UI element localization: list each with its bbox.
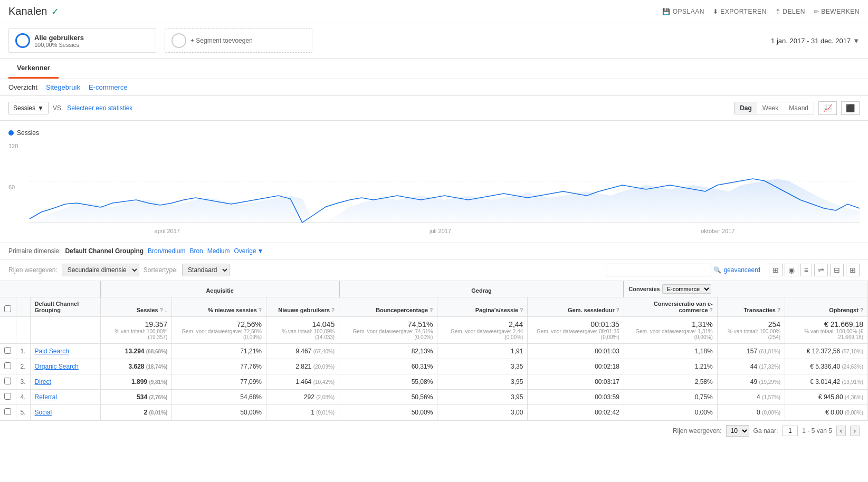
table-search-input[interactable] xyxy=(606,264,711,276)
row-channel-link[interactable]: Organic Search xyxy=(35,363,79,370)
dimension-medium[interactable]: Medium xyxy=(207,247,230,255)
nav-tab-sitegebruik[interactable]: Sitegebruik xyxy=(46,83,80,91)
segment-box[interactable]: Alle gebruikers 100,00% Sessies xyxy=(8,28,156,53)
nav-tab-ecommerce[interactable]: E-commerce xyxy=(89,83,128,91)
select-stat-link[interactable]: Selecteer een statistiek xyxy=(67,104,132,112)
row-checkbox[interactable] xyxy=(4,362,11,369)
col-bounce[interactable]: Bouncepercentage ? xyxy=(339,297,437,317)
footer-rows-label: Rijen weergeven: xyxy=(673,427,722,435)
col-transactions[interactable]: Transacties ? xyxy=(717,297,785,317)
total-trans-val: 254 xyxy=(722,320,780,329)
table-footer: Rijen weergeven: 10 Ga naar: 1 - 5 van 5… xyxy=(0,420,868,441)
row-check-cell xyxy=(0,390,16,405)
row-channel-link[interactable]: Direct xyxy=(35,378,51,385)
table-row: 5. Social 2 (0,01%) 50,00% 1 (0,01%) 50,… xyxy=(0,405,868,420)
export-button[interactable]: ⬇ EXPORTEREN xyxy=(713,8,767,15)
grid-view-button[interactable]: ⊞ xyxy=(769,264,783,276)
row-num-cell: 5. xyxy=(16,405,30,420)
dimension-bron-medium[interactable]: Bron/medium xyxy=(148,247,185,255)
total-bounce-val: 74,51% xyxy=(344,320,433,329)
date-range-selector[interactable]: 1 jan. 2017 - 31 dec. 2017 ▼ xyxy=(771,37,860,45)
select-all-checkbox[interactable] xyxy=(4,305,11,312)
chart-legend: Sessies xyxy=(8,129,860,137)
pie-chart-button[interactable]: ◉ xyxy=(785,264,798,276)
table-body: 1. Paid Search 13.294 (68,68%) 71,21% 9.… xyxy=(0,344,868,420)
verified-icon: ✓ xyxy=(51,6,59,17)
row-checkbox[interactable] xyxy=(4,378,11,384)
col-sessions[interactable]: Sessies ? ↓ xyxy=(101,297,172,317)
col-conv-rate[interactable]: Conversieratio van e-commerce ? xyxy=(624,297,717,317)
advanced-link[interactable]: geavanceerd xyxy=(723,266,760,274)
row-channel-cell: Social xyxy=(30,405,101,420)
bar-chart-button[interactable]: ⬛ xyxy=(841,101,860,115)
total-duration-sub: Gem. voor dataweergave: 00:01:35 (0,00%) xyxy=(532,329,619,340)
col-new-users[interactable]: Nieuwe gebruikers ? xyxy=(266,297,339,317)
row-rev-cell: € 945,80 (4,36%) xyxy=(785,390,868,405)
rows-label: Rijen weergeven: xyxy=(8,266,58,274)
row-bounce-cell: 60,31% xyxy=(339,359,437,374)
row-channel-link[interactable]: Social xyxy=(35,409,52,416)
add-segment-button[interactable]: + Segment toevoegen xyxy=(165,28,312,53)
row-duration-cell: 00:03:59 xyxy=(528,390,624,405)
row-bounce-cell: 55,08% xyxy=(339,374,437,390)
x-label-april: april 2017 xyxy=(155,228,180,234)
chart-x-labels: april 2017 juli 2017 oktober 2017 xyxy=(30,228,860,234)
edit-button[interactable]: ✏ BEWERKEN xyxy=(814,8,860,15)
segment-info: Alle gebruikers 100,00% Sessies xyxy=(34,34,84,48)
compare-view-button[interactable]: ⇌ xyxy=(814,264,828,276)
row-bounce-cell: 50,56% xyxy=(339,390,437,405)
row-rev-cell: € 12.372,56 (57,10%) xyxy=(785,344,868,359)
row-checkbox[interactable] xyxy=(4,408,11,415)
pivot-view-button[interactable]: ⊟ xyxy=(830,264,844,276)
save-button[interactable]: 💾 OPSLAAN xyxy=(662,8,704,15)
table-scroll-area: Acquisitie Gedrag Conversies E-commerce … xyxy=(0,281,868,420)
dimension-bron[interactable]: Bron xyxy=(189,247,203,255)
dimension-overige[interactable]: Overige ▼ xyxy=(234,247,263,255)
row-checkbox[interactable] xyxy=(4,393,11,400)
row-trans-cell: 44 (17,32%) xyxy=(717,359,785,374)
share-button[interactable]: ⇡ DELEN xyxy=(775,8,805,15)
row-new-sess-cell: 50,00% xyxy=(172,405,266,420)
sort-type-select[interactable]: Standaard xyxy=(182,264,230,276)
totals-row: 19.357 % van totaal: 100,00% (19.357) 72… xyxy=(0,317,868,344)
row-channel-link[interactable]: Paid Search xyxy=(35,348,69,355)
metric-selector[interactable]: Sessies ▼ xyxy=(8,102,49,114)
row-conv-cell: 2,58% xyxy=(624,374,717,390)
row-channel-cell: Direct xyxy=(30,374,101,390)
period-dag-button[interactable]: Dag xyxy=(735,102,757,114)
period-week-button[interactable]: Week xyxy=(757,102,784,114)
tab-verkenner[interactable]: Verkenner xyxy=(8,59,59,79)
col-revenue[interactable]: Opbrengst ? xyxy=(785,297,868,317)
period-maand-button[interactable]: Maand xyxy=(784,102,814,114)
y-label-60: 60 xyxy=(8,184,30,190)
footer-rows-select[interactable]: 10 xyxy=(726,425,749,437)
segment-bar: Alle gebruikers 100,00% Sessies + Segmen… xyxy=(0,23,868,59)
conversies-type-select[interactable]: E-commerce xyxy=(662,284,711,294)
chart-area: Sessies 120 60 xyxy=(0,121,868,243)
chart-svg-container: april 2017 juli 2017 oktober 2017 xyxy=(30,141,860,234)
total-duration-val: 00:01:35 xyxy=(532,320,619,329)
group-header-conversies: Conversies E-commerce xyxy=(624,281,867,297)
data-table: Acquisitie Gedrag Conversies E-commerce … xyxy=(0,281,868,420)
metric-dropdown-icon: ▼ xyxy=(37,104,44,112)
nav-tab-overzicht[interactable]: Overzicht xyxy=(8,83,37,91)
row-checkbox[interactable] xyxy=(4,347,11,354)
row-new-users-cell: 1.464 (10,42%) xyxy=(266,374,339,390)
col-pages[interactable]: Pagina's/sessie ? xyxy=(437,297,528,317)
col-duration[interactable]: Gem. sessieduur ? xyxy=(528,297,624,317)
line-chart-button[interactable]: 📈 xyxy=(818,101,837,115)
row-channel-link[interactable]: Referral xyxy=(35,393,58,401)
next-page-button[interactable]: › xyxy=(850,426,860,436)
total-new-sess-val: 72,56% xyxy=(176,320,262,329)
chart-type-controls: Dag Week Maand 📈 ⬛ xyxy=(734,101,860,115)
custom-view-button[interactable]: ⊞ xyxy=(846,264,860,276)
secondary-dimension-select[interactable]: Secundaire dimensie xyxy=(62,264,139,276)
footer-goto-input[interactable] xyxy=(782,426,798,436)
col-new-sessions[interactable]: % nieuwe sessies ? xyxy=(172,297,266,317)
performance-view-button[interactable]: ≡ xyxy=(800,264,812,276)
col-header-row: Default Channel Grouping Sessies ? ↓ % n… xyxy=(0,297,868,317)
row-new-sess-cell: 77,76% xyxy=(172,359,266,374)
prev-page-button[interactable]: ‹ xyxy=(836,426,846,436)
search-icon: 🔍 xyxy=(713,266,721,274)
row-sessions-cell: 13.294 (68,68%) xyxy=(101,344,172,359)
